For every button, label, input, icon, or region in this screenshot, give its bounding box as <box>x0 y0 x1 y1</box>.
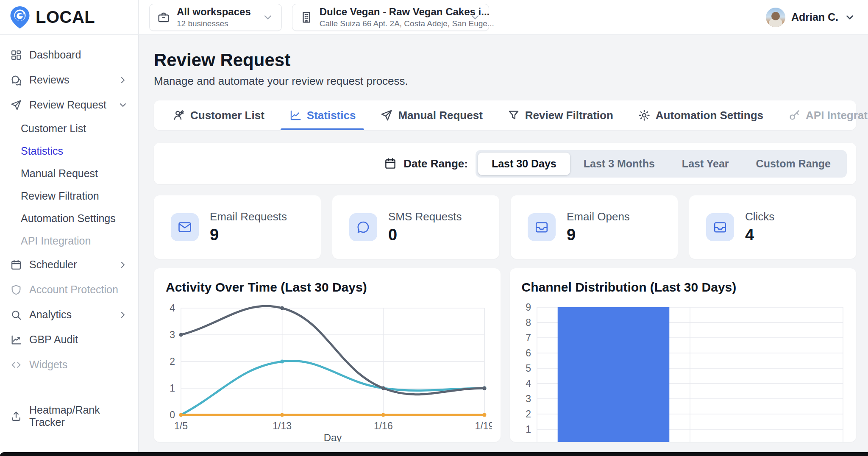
sidebar-item-analytics[interactable]: Analytics <box>0 302 138 327</box>
svg-text:4: 4 <box>526 378 531 389</box>
funnel-icon <box>507 109 520 122</box>
business-selector-subtitle: Calle Suiza 66 Apt. 2A, Costa Adeje, San… <box>320 19 458 28</box>
window-edge-strip <box>0 452 868 456</box>
sidebar: Dashboard Reviews Review Request Custome… <box>0 35 139 453</box>
svg-text:3: 3 <box>526 393 531 404</box>
send-icon <box>10 99 22 111</box>
workspace-selector-subtitle: 12 businesses <box>177 19 251 28</box>
stat-label: SMS Requests <box>388 210 462 223</box>
range-option-last-30-days[interactable]: Last 30 Days <box>478 153 570 175</box>
page-title: Review Request <box>154 50 856 70</box>
stat-value: 4 <box>745 226 774 244</box>
chevron-right-icon <box>118 260 128 270</box>
mail-icon <box>171 213 199 241</box>
workspace-selector[interactable]: All workspaces 12 businesses <box>149 4 282 31</box>
svg-text:6: 6 <box>526 348 531 359</box>
stat-label: Clicks <box>745 210 774 223</box>
business-selector-title: Dulce Vegan - Raw Vegan Cakes i... <box>320 6 458 18</box>
chevron-right-icon <box>118 310 128 320</box>
date-range-segmented-control: Last 30 Days Last 3 Months Last Year Cus… <box>476 150 847 178</box>
stat-card-sms-requests: SMS Requests 0 <box>332 195 499 259</box>
key-icon <box>788 109 801 122</box>
svg-text:1/13: 1/13 <box>273 420 292 431</box>
sidebar-item-reviews[interactable]: Reviews <box>0 67 138 92</box>
logo-cell: LOCAL <box>0 0 139 35</box>
sidebar-item-automation-settings[interactable]: Automation Settings <box>0 207 138 230</box>
sidebar-item-review-filtration[interactable]: Review Filtration <box>0 185 138 207</box>
dashboard-grid-icon <box>10 49 22 61</box>
tab-customer-list[interactable]: Customer List <box>167 100 270 130</box>
tab-api-integration: API Integration <box>782 100 868 130</box>
svg-text:1/19: 1/19 <box>475 420 492 431</box>
svg-text:2: 2 <box>170 356 175 367</box>
stat-label: Email Requests <box>210 210 287 223</box>
svg-text:8: 8 <box>526 317 531 328</box>
chevron-down-icon <box>262 11 274 23</box>
user-name: Adrian C. <box>791 11 838 23</box>
svg-text:2: 2 <box>526 409 531 420</box>
sidebar-item-gbp-audit[interactable]: GBP Audit <box>0 327 138 352</box>
sidebar-item-statistics[interactable]: Statistics <box>0 140 138 162</box>
sms-bubble-icon <box>349 213 377 241</box>
chart-line-icon <box>289 109 302 122</box>
stats-row: Email Requests 9 SMS Requests 0 Email <box>154 195 856 259</box>
svg-text:Day: Day <box>324 432 342 442</box>
date-range-label: Date Range: <box>403 157 468 170</box>
shield-icon <box>10 284 22 296</box>
svg-text:1/5: 1/5 <box>174 420 188 431</box>
chevron-down-icon <box>469 11 481 23</box>
gear-icon <box>638 109 651 122</box>
sidebar-item-widgets: Widgets <box>0 352 138 377</box>
send-icon <box>380 109 393 122</box>
tab-statistics[interactable]: Statistics <box>283 100 362 130</box>
calendar-icon <box>384 157 397 170</box>
tab-manual-request[interactable]: Manual Request <box>374 100 488 130</box>
channel-distribution-chart-card: Channel Distribution (Last 30 Days) 9876… <box>510 268 857 442</box>
range-option-last-year[interactable]: Last Year <box>668 153 743 175</box>
chevron-down-icon <box>844 12 855 23</box>
calendar-icon <box>10 259 22 271</box>
charts-row: Activity Over Time (Last 30 Days) 012341… <box>154 268 856 442</box>
svg-text:1: 1 <box>526 424 531 435</box>
tab-review-filtration[interactable]: Review Filtration <box>501 100 619 130</box>
svg-text:0: 0 <box>170 409 175 420</box>
topbar: All workspaces 12 businesses Dulce Vegan… <box>139 0 868 35</box>
range-option-custom-range[interactable]: Custom Range <box>743 153 844 175</box>
stat-card-email-requests: Email Requests 9 <box>154 195 321 259</box>
activity-line-chart: 012341/51/131/161/19Day <box>166 301 492 442</box>
svg-text:3: 3 <box>170 329 175 340</box>
reviews-chat-icon <box>10 74 22 86</box>
app-window: LOCAL All workspaces 12 businesses Dulce… <box>0 0 868 453</box>
inbox-icon <box>528 213 556 241</box>
user-icon <box>172 109 185 122</box>
date-range-card: Date Range: Last 30 Days Last 3 Months L… <box>154 143 856 184</box>
svg-text:5: 5 <box>526 363 531 374</box>
range-option-last-3-months[interactable]: Last 3 Months <box>570 153 668 175</box>
user-menu[interactable]: Adrian C. <box>766 8 855 27</box>
chart-title: Channel Distribution (Last 30 Days) <box>522 280 845 295</box>
channel-bar-chart: 987654321 <box>522 301 846 442</box>
svg-text:4: 4 <box>170 303 175 314</box>
building-icon <box>300 11 313 24</box>
sidebar-item-dashboard[interactable]: Dashboard <box>0 42 138 67</box>
chevron-down-icon <box>118 100 128 110</box>
stat-card-email-opens: Email Opens 9 <box>511 195 678 259</box>
sidebar-item-heatmap-rank-tracker[interactable]: Heatmap/Rank Tracker <box>0 398 138 435</box>
upload-icon <box>10 410 22 422</box>
stat-value: 9 <box>210 226 287 244</box>
stat-value: 0 <box>388 226 462 244</box>
business-selector[interactable]: Dulce Vegan - Raw Vegan Cakes i... Calle… <box>292 4 489 31</box>
svg-text:9: 9 <box>526 302 531 313</box>
logo-wordmark: LOCAL <box>36 8 95 27</box>
sidebar-item-scheduler[interactable]: Scheduler <box>0 252 138 277</box>
activity-over-time-chart-card: Activity Over Time (Last 30 Days) 012341… <box>154 268 501 442</box>
sidebar-item-customer-list[interactable]: Customer List <box>0 117 138 140</box>
sidebar-item-manual-request[interactable]: Manual Request <box>0 162 138 185</box>
sidebar-item-review-request[interactable]: Review Request <box>0 92 138 117</box>
inbox-icon <box>706 213 734 241</box>
stat-card-clicks: Clicks 4 <box>689 195 856 259</box>
tab-automation-settings[interactable]: Automation Settings <box>632 100 769 130</box>
svg-text:7: 7 <box>526 332 531 343</box>
sidebar-item-api-integration: API Integration <box>0 230 138 252</box>
main-content: Review Request Manage and automate your … <box>139 35 868 453</box>
